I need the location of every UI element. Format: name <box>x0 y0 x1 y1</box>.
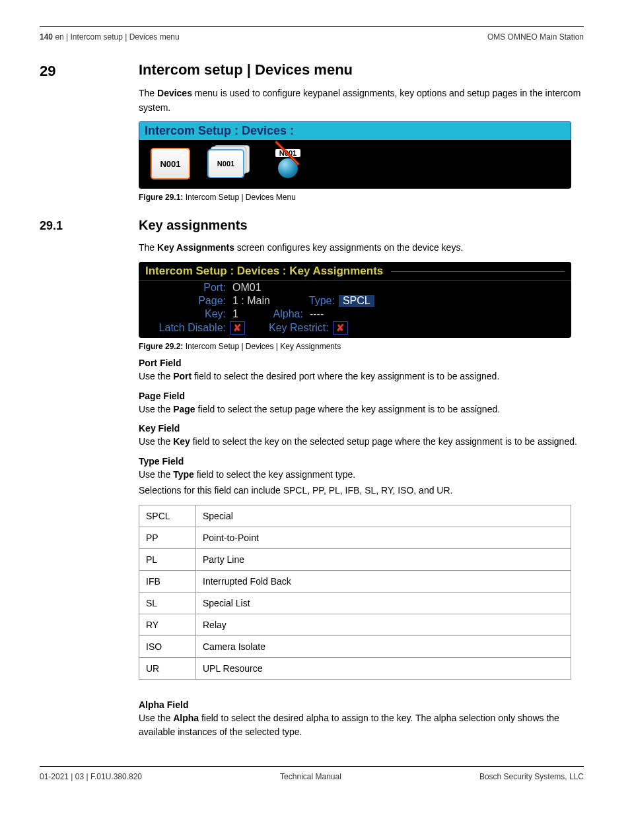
type-code: PL <box>139 548 196 570</box>
footer-center: Technical Manual <box>280 772 341 781</box>
type-desc: Point-to-Point <box>196 527 571 548</box>
page-value: 1 : Main <box>230 295 273 307</box>
alpha-field-text: Use the Alpha field to select the desire… <box>139 711 584 740</box>
port-field-text: Use the Port field to select the desired… <box>139 370 584 384</box>
page-label: Page: <box>144 295 230 307</box>
fig291-title: Intercom Setup : Devices : <box>139 121 571 140</box>
table-row: ISOCamera Isolate <box>139 635 571 657</box>
restrict-label: Key Restrict: <box>269 322 333 334</box>
key-label: Key: <box>144 308 230 320</box>
type-desc: Interrupted Fold Back <box>196 570 571 592</box>
footer-right: Bosch Security Systems, LLC <box>479 772 584 781</box>
type-code: PP <box>139 527 196 548</box>
alpha-field-title: Alpha Field <box>139 699 584 710</box>
type-desc: Special List <box>196 592 571 614</box>
key-field-text: Use the Key field to select the key on t… <box>139 435 584 449</box>
subsection-title: Key assignments <box>139 218 584 233</box>
fig292-title: Intercom Setup : Devices : Key Assignmen… <box>145 265 383 278</box>
type-code: UR <box>139 657 196 679</box>
port-value: OM01 <box>230 282 264 294</box>
table-row: SLSpecial List <box>139 592 571 614</box>
breadcrumb: en | Intercom setup | Devices menu <box>55 32 179 42</box>
type-field-text-1: Use the Type field to select the key ass… <box>139 468 584 482</box>
type-table: SPCLSpecialPPPoint-to-PointPLParty LineI… <box>139 505 571 680</box>
table-row: SPCLSpecial <box>139 505 571 527</box>
latch-label: Latch Disable: <box>144 322 230 334</box>
key-value: 1 <box>230 308 241 320</box>
table-row: PPPoint-to-Point <box>139 527 571 548</box>
section-number: 29 <box>40 61 132 218</box>
type-code: IFB <box>139 570 196 592</box>
type-code: ISO <box>139 635 196 657</box>
type-code: SPCL <box>139 505 196 527</box>
key-field-title: Key Field <box>139 423 584 434</box>
page-field-text: Use the Page field to select the setup p… <box>139 403 584 417</box>
alpha-label: Alpha: <box>267 308 307 320</box>
figure-29-2: Intercom Setup : Devices : Key Assignmen… <box>139 262 571 338</box>
section-intro: The Devices menu is used to configure ke… <box>139 86 584 115</box>
type-desc: Relay <box>196 614 571 635</box>
type-label: Type: <box>299 295 339 307</box>
subsection-intro: The Key Assignments screen configures ke… <box>139 241 584 255</box>
type-desc: Party Line <box>196 548 571 570</box>
product-name: OMS OMNEO Main Station <box>487 32 584 42</box>
type-field-title: Type Field <box>139 456 584 467</box>
type-code: SL <box>139 592 196 614</box>
type-desc: Camera Isolate <box>196 635 571 657</box>
footer-left: 01-2021 | 03 | F.01U.380.820 <box>40 772 142 781</box>
latch-x-icon: ✘ <box>233 322 242 333</box>
page-field-title: Page Field <box>139 391 584 401</box>
fig291-caption: Figure 29.1: Intercom Setup | Devices Me… <box>139 193 584 202</box>
table-row: RYRelay <box>139 614 571 635</box>
fig292-caption: Figure 29.2: Intercom Setup | Devices | … <box>139 342 584 351</box>
type-desc: UPL Resource <box>196 657 571 679</box>
table-row: PLParty Line <box>139 548 571 570</box>
table-row: URUPL Resource <box>139 657 571 679</box>
type-desc: Special <box>196 505 571 527</box>
type-field-text-2: Selections for this field can include SP… <box>139 484 584 498</box>
device-tile-orb: N001 <box>264 146 312 181</box>
page-footer: 01-2021 | 03 | F.01U.380.820 Technical M… <box>40 772 584 781</box>
subsection-number: 29.1 <box>40 218 132 746</box>
type-code: RY <box>139 614 196 635</box>
device-tile-1: N001 <box>151 148 190 179</box>
alpha-value: ---- <box>307 308 326 320</box>
table-row: IFBInterrupted Fold Back <box>139 570 571 592</box>
port-field-title: Port Field <box>139 358 584 368</box>
port-label: Port: <box>144 282 230 294</box>
page-header: 140 en | Intercom setup | Devices menu O… <box>40 32 584 42</box>
type-value: SPCL <box>339 295 374 307</box>
page-number: 140 <box>40 32 53 42</box>
restrict-x-icon: ✘ <box>336 322 345 333</box>
section-title: Intercom setup | Devices menu <box>139 61 584 79</box>
device-tile-stack: N001 <box>207 148 247 179</box>
figure-29-1: Intercom Setup : Devices : N001 N001 N00… <box>139 121 571 189</box>
